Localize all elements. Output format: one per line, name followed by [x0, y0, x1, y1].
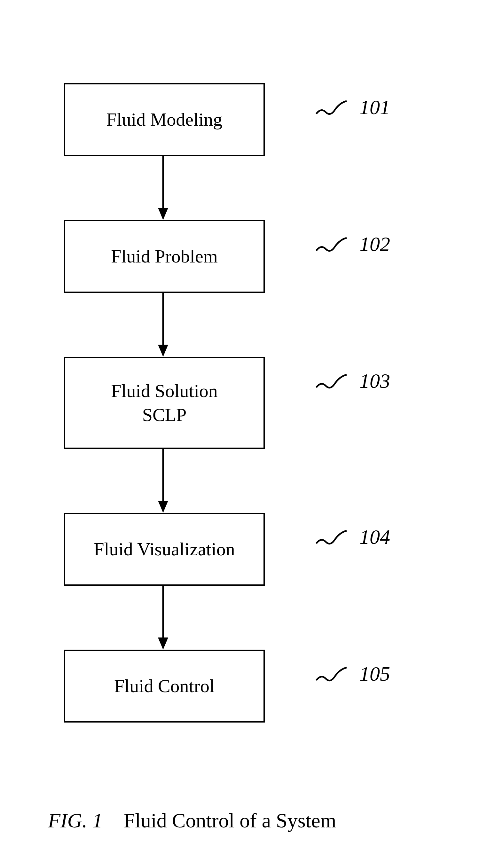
leader-line-icon — [315, 235, 350, 254]
svg-marker-3 — [158, 345, 168, 357]
leader-line-icon — [315, 527, 350, 547]
box-label: Fluid Control — [114, 674, 215, 698]
box-fluid-visualization: Fluid Visualization 104 — [64, 513, 265, 586]
arrow-connector — [64, 449, 262, 513]
svg-marker-7 — [158, 638, 168, 650]
ref-label-102: 102 — [315, 231, 390, 257]
arrow-down-icon — [157, 586, 170, 650]
arrow-down-icon — [157, 293, 170, 357]
arrow-down-icon — [157, 449, 170, 513]
box-label-line2: SCLP — [142, 403, 187, 427]
ref-label-101: 101 — [315, 94, 390, 121]
ref-label-104: 104 — [315, 524, 390, 550]
box-label: Fluid Visualization — [94, 537, 235, 561]
box-fluid-control: Fluid Control 105 — [64, 650, 265, 723]
box-fluid-solution: Fluid Solution SCLP 103 — [64, 357, 265, 449]
arrow-connector — [64, 586, 262, 650]
flowchart-container: Fluid Modeling 101 Fluid Problem 102 — [64, 83, 416, 723]
svg-marker-1 — [158, 208, 168, 220]
ref-number: 101 — [359, 94, 390, 121]
box-label: Fluid Problem — [111, 244, 218, 268]
arrow-connector — [64, 156, 262, 220]
figure-caption-text: Fluid Control of a System — [124, 809, 336, 832]
ref-number: 104 — [359, 524, 390, 550]
box-fluid-problem: Fluid Problem 102 — [64, 220, 265, 293]
leader-line-icon — [315, 371, 350, 391]
ref-label-105: 105 — [315, 660, 390, 687]
leader-line-icon — [315, 664, 350, 683]
box-fluid-modeling: Fluid Modeling 101 — [64, 83, 265, 156]
box-label: Fluid Modeling — [106, 107, 223, 132]
arrow-down-icon — [157, 156, 170, 220]
svg-marker-5 — [158, 501, 168, 513]
figure-label: FIG. 1 — [48, 809, 103, 832]
ref-number: 103 — [359, 368, 390, 394]
box-label-line1: Fluid Solution — [111, 379, 218, 403]
ref-number: 102 — [359, 231, 390, 257]
arrow-connector — [64, 293, 262, 357]
figure-caption: FIG. 1 Fluid Control of a System — [48, 809, 336, 833]
leader-line-icon — [315, 98, 350, 117]
ref-number: 105 — [359, 660, 390, 687]
ref-label-103: 103 — [315, 368, 390, 394]
